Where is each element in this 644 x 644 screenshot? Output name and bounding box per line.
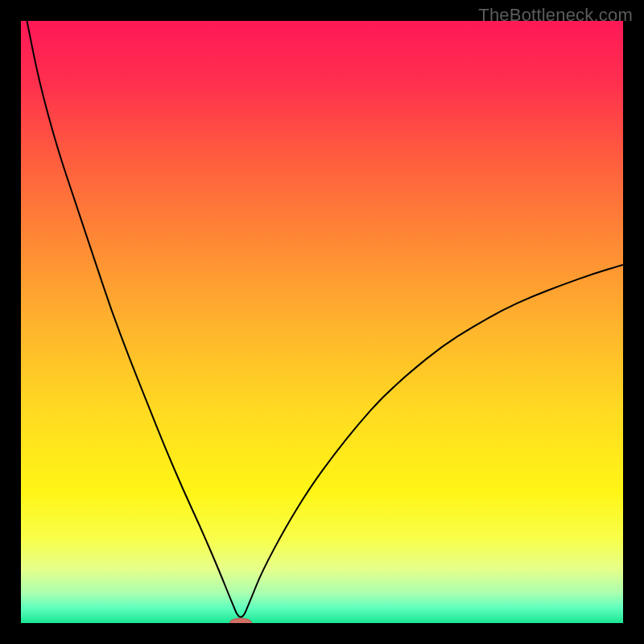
gradient-background	[21, 21, 623, 623]
chart-stage: TheBottleneck.com	[0, 0, 644, 644]
watermark-text: TheBottleneck.com	[478, 5, 633, 26]
plot-area	[21, 21, 623, 623]
bottleneck-chart-svg	[21, 21, 623, 623]
